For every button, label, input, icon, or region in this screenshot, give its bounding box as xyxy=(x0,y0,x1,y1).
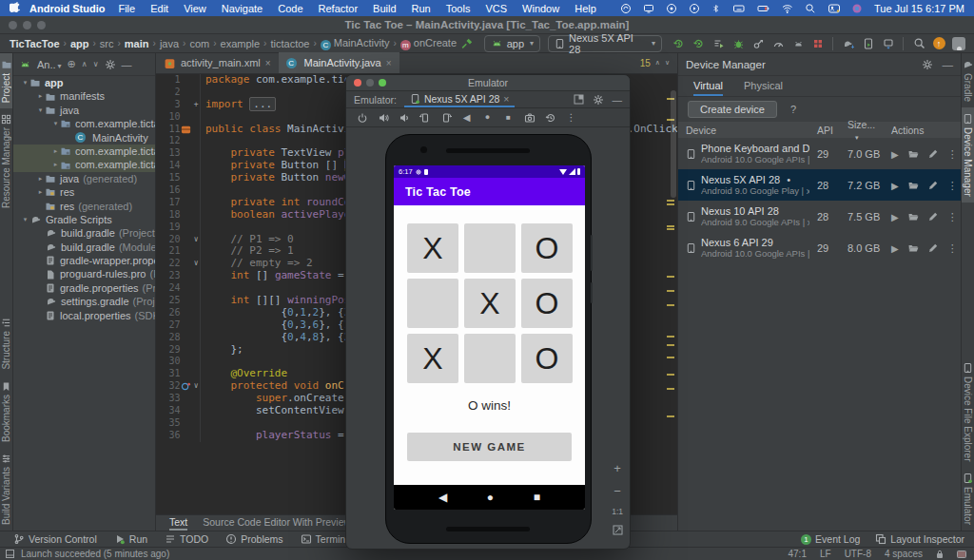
close-tab-icon[interactable]: × xyxy=(503,93,509,105)
toolwindow-version-control[interactable]: Version Control xyxy=(13,533,97,545)
device-row-nexus-10-api-28[interactable]: Nexus 10 API 28Android 9.0 Google APIs |… xyxy=(678,201,961,232)
power-icon[interactable] xyxy=(356,112,368,124)
fold-icon[interactable]: ∨ xyxy=(192,258,200,270)
tree-item-java[interactable]: ▾java xyxy=(13,104,155,117)
menu-navigate[interactable]: Navigate xyxy=(214,3,270,14)
more-icon[interactable]: ⋮ xyxy=(565,113,577,123)
hide-panel-icon[interactable]: — xyxy=(613,94,623,106)
collapse-all-icon[interactable]: ∨ xyxy=(93,60,99,68)
tree-item-res[interactable]: res(generated) xyxy=(13,200,155,213)
breadcrumb-example[interactable]: example xyxy=(221,38,261,49)
board-cell-8[interactable]: O xyxy=(521,334,573,383)
device-manager-icon[interactable] xyxy=(859,35,878,52)
tree-item-res[interactable]: ▸res xyxy=(13,185,155,199)
breadcrumb-java[interactable]: java xyxy=(160,38,179,49)
launch-device-icon[interactable]: ▶ xyxy=(891,148,899,160)
tool-strip-build-variants[interactable]: Build Variants xyxy=(0,448,12,531)
tree-item-gradle-wrapper-properties[interactable]: gradle-wrapper.properties xyxy=(13,254,155,267)
rotate-right-icon[interactable] xyxy=(439,112,452,124)
indent-setting[interactable]: 4 spaces xyxy=(885,549,923,559)
tool-strip-emulator[interactable]: Emulator xyxy=(962,467,974,531)
debug-icon[interactable] xyxy=(729,35,748,52)
overview-icon[interactable]: ■ xyxy=(502,114,515,122)
breadcrumb-com[interactable]: com xyxy=(189,38,209,49)
tree-item-build-gradle[interactable]: build.gradle(Module: Tic_ xyxy=(13,241,155,254)
control-center-icon[interactable] xyxy=(851,3,863,14)
snapshots-icon[interactable] xyxy=(544,112,556,124)
close-tab-icon[interactable]: × xyxy=(386,58,392,68)
column-header-actions[interactable]: Actions xyxy=(884,125,961,136)
emulator-window[interactable]: Emulator Emulator: Nexus 5X API 28 × — ◀… xyxy=(345,74,631,550)
toolwindow-run[interactable]: Run xyxy=(114,533,147,545)
menu-edit[interactable]: Edit xyxy=(143,3,176,14)
hide-panel-icon[interactable]: — xyxy=(943,59,954,70)
tree-item-build-gradle[interactable]: build.gradle(Project: Tic_T xyxy=(13,226,155,240)
build-hammer-icon[interactable] xyxy=(458,35,477,52)
device-row-nexus-6-api-29[interactable]: Nexus 6 API 29Android 10.0 Google APIs |… xyxy=(678,232,961,263)
gear-icon[interactable] xyxy=(593,94,604,106)
device-explorer-icon[interactable] xyxy=(907,211,919,222)
menubar-clock[interactable]: Tue Jul 15 6:17 PM xyxy=(874,3,964,14)
file-encoding[interactable]: UTF-8 xyxy=(845,549,871,559)
toolwindow-layout-inspector[interactable]: Layout Inspector xyxy=(875,533,964,545)
locate-icon[interactable]: ⊕ xyxy=(68,58,76,70)
edit-device-icon[interactable] xyxy=(927,148,939,160)
device-manager-tab-virtual[interactable]: Virtual xyxy=(693,76,723,96)
tree-item-gradle-scripts[interactable]: ▾Gradle Scripts xyxy=(13,213,155,226)
back-icon[interactable]: ◀ xyxy=(460,113,473,123)
tool-strip-gradle[interactable]: Gradle xyxy=(962,53,974,107)
close-tab-icon[interactable]: × xyxy=(265,58,271,68)
volume-down-icon[interactable] xyxy=(398,112,410,124)
line-ending[interactable]: LF xyxy=(820,549,831,559)
editor-scrollbar[interactable] xyxy=(671,90,676,198)
home-icon[interactable]: ● xyxy=(481,113,494,122)
app-inspector-icon[interactable] xyxy=(789,35,808,52)
tree-item-com-example-tictactoe[interactable]: ▸com.example.tictactoe xyxy=(13,158,155,171)
nav-home-button[interactable]: ● xyxy=(487,491,494,504)
edit-device-icon[interactable] xyxy=(927,211,939,222)
zoom-out-button[interactable]: − xyxy=(614,484,621,498)
spotlight-search-icon[interactable] xyxy=(805,3,816,14)
fold-icon[interactable]: ∨ xyxy=(192,380,200,393)
menu-vcs[interactable]: VCS xyxy=(477,3,515,14)
play-circle-icon[interactable] xyxy=(689,3,700,14)
tool-strip-project[interactable]: Project xyxy=(0,53,12,108)
menu-build[interactable]: Build xyxy=(365,3,403,14)
launch-device-icon[interactable]: ▶ xyxy=(891,211,899,222)
screenshot-icon[interactable] xyxy=(523,112,536,124)
menu-view[interactable]: View xyxy=(176,3,214,14)
tree-item-local-properties[interactable]: local.properties(SDK Loca xyxy=(13,309,155,322)
update-icon[interactable]: ↑ xyxy=(929,35,948,52)
new-game-button[interactable]: NEW GAME xyxy=(407,433,572,461)
caret-position[interactable]: 47:1 xyxy=(788,549,806,559)
menu-run[interactable]: Run xyxy=(404,3,438,14)
bluetooth-icon[interactable] xyxy=(711,3,721,14)
stop-icon[interactable] xyxy=(808,35,828,52)
menu-help[interactable]: Help xyxy=(567,3,604,14)
board-cell-1[interactable] xyxy=(464,223,516,273)
tool-strip-structure[interactable]: Structure xyxy=(0,312,12,376)
fold-icon[interactable]: ∨ xyxy=(192,234,200,246)
more-actions-icon[interactable]: ⋮ xyxy=(947,242,958,254)
breadcrumb-oncreate[interactable]: monCreate xyxy=(400,37,457,50)
editor-view-tab-text[interactable]: Text xyxy=(169,515,187,531)
launch-device-icon[interactable]: ▶ xyxy=(891,180,899,191)
breadcrumb-app[interactable]: app xyxy=(70,38,89,49)
keyboard-icon[interactable] xyxy=(732,3,745,14)
tree-item-java[interactable]: ▸java(generated) xyxy=(13,172,155,185)
more-actions-icon[interactable]: ⋮ xyxy=(947,180,958,191)
more-actions-icon[interactable]: ⋮ xyxy=(947,148,958,160)
notifications-icon[interactable] xyxy=(957,550,966,559)
status-message[interactable]: Launch succeeded (5 minutes ago) xyxy=(21,549,169,559)
editor-tab-activity-main-xml[interactable]: activity_main.xml× xyxy=(156,52,279,73)
wifi-icon[interactable] xyxy=(781,3,793,14)
tree-item-settings-gradle[interactable]: settings.gradle(Project Se xyxy=(13,295,155,308)
run-class-gutter-icon[interactable] xyxy=(180,124,192,136)
edit-device-icon[interactable] xyxy=(927,180,939,191)
menu-window[interactable]: Window xyxy=(515,3,567,14)
tool-strip-resource-manager[interactable]: Resource Manager xyxy=(0,108,12,214)
breadcrumb-main[interactable]: main xyxy=(125,38,149,49)
menu-refactor[interactable]: Refactor xyxy=(311,3,366,14)
tree-item-app[interactable]: ▾app xyxy=(13,76,155,89)
column-header-size[interactable]: Size... ▾ xyxy=(840,119,884,142)
